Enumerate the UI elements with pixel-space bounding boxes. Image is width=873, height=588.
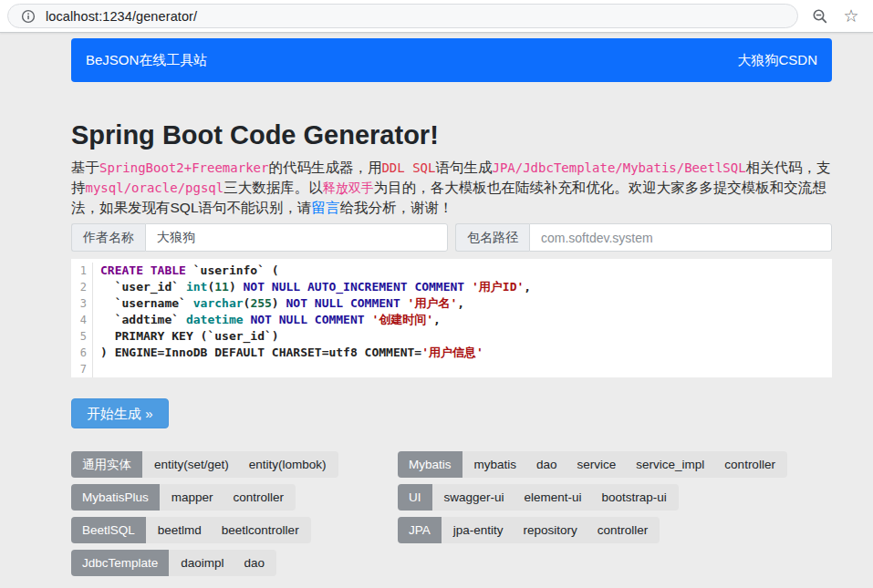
description-segment: SpringBoot2+Freemarker: [99, 160, 268, 175]
template-item-link[interactable]: swagger-ui: [434, 490, 514, 504]
info-icon[interactable]: [19, 7, 37, 26]
template-group-label: MybatisPlus: [71, 484, 160, 511]
template-group-items: mybatisdaoserviceservice_implcontroller: [462, 451, 787, 478]
template-group-label: JPA: [398, 517, 442, 543]
description-segment: JPA/JdbcTemplate/Mybatis/BeetlSQL: [492, 160, 745, 175]
template-item-link[interactable]: entity(lombok): [239, 458, 337, 471]
template-group: JPAjpa-entityrepositorycontroller: [398, 517, 660, 543]
editor-line[interactable]: 1CREATE TABLE `userinfo` (: [71, 263, 832, 279]
editor-line-code: ) ENGINE=InnoDB DEFAULT CHARSET=utf8 COM…: [100, 345, 483, 361]
template-item-link[interactable]: daoimpl: [171, 556, 234, 570]
template-group-items: entity(set/get)entity(lombok): [142, 451, 338, 478]
template-group-label: BeetlSQL: [71, 517, 146, 543]
template-group: JdbcTemplatedaoimpldao: [71, 550, 276, 576]
generate-button[interactable]: 开始生成 »: [71, 398, 169, 428]
line-number: 6: [71, 345, 93, 361]
line-number: 5: [71, 328, 93, 345]
author-input[interactable]: [145, 223, 448, 252]
description-segment: 给我分析，谢谢！: [340, 200, 453, 215]
template-item-link[interactable]: service_impl: [626, 458, 714, 471]
template-item-link[interactable]: jpa-entity: [443, 523, 514, 537]
editor-line[interactable]: 3 `username` varchar(255) NOT NULL COMME…: [71, 295, 832, 312]
template-group: BeetlSQLbeetlmdbeetlcontroller: [71, 517, 311, 543]
template-group-items: swagger-uielement-uibootstrap-ui: [432, 484, 679, 511]
navbar: BeJSON在线工具站 大狼狗CSDN: [71, 38, 832, 82]
template-column-left: 通用实体entity(set/get)entity(lombok)Mybatis…: [71, 451, 398, 576]
description-segment: 释放双手: [323, 181, 374, 195]
template-item-link[interactable]: controller: [714, 458, 785, 471]
editor-line-code: `addtime` datetime NOT NULL COMMENT '创建时…: [100, 312, 441, 328]
line-number: 7: [71, 361, 93, 377]
template-item-link[interactable]: controller: [587, 523, 659, 537]
page-description: 基于SpringBoot2+Freemarker的代码生成器，用DDL SQL语…: [71, 158, 832, 218]
template-lists: 通用实体entity(set/get)entity(lombok)Mybatis…: [71, 451, 832, 576]
line-number: 4: [71, 312, 93, 328]
template-item-link[interactable]: controller: [223, 490, 295, 504]
navbar-brand[interactable]: BeJSON在线工具站: [86, 52, 207, 69]
url-text: localhost:1234/generator/: [46, 9, 197, 24]
template-item-link[interactable]: bootstrap-ui: [592, 490, 677, 504]
editor-line[interactable]: 4 `addtime` datetime NOT NULL COMMENT '创…: [71, 312, 832, 328]
line-number: 1: [71, 263, 93, 279]
form-row: 作者名称 包名路径: [71, 223, 832, 252]
template-item-link[interactable]: service: [567, 458, 627, 471]
template-item-link[interactable]: dao: [526, 458, 567, 471]
address-bar[interactable]: localhost:1234/generator/: [7, 4, 798, 28]
package-input-group: 包名路径: [455, 223, 832, 252]
template-group-label: 通用实体: [71, 451, 142, 478]
line-number: 2: [71, 279, 93, 295]
template-group-label: JdbcTemplate: [71, 550, 169, 576]
description-segment: mysql/oracle/pgsql: [86, 181, 224, 195]
template-group: MybatisPlusmappercontroller: [71, 484, 296, 511]
description-segment: 语句生成: [435, 160, 492, 175]
template-group-items: daoimpldao: [169, 550, 276, 576]
template-group: 通用实体entity(set/get)entity(lombok): [71, 451, 338, 478]
package-label: 包名路径: [455, 223, 529, 252]
template-group-items: mappercontroller: [160, 484, 296, 511]
star-icon[interactable]: ☆: [842, 7, 860, 26]
editor-line[interactable]: 2 `user_id` int(11) NOT NULL AUTO_INCREM…: [71, 279, 832, 295]
template-group-items: beetlmdbeetlcontroller: [146, 517, 311, 543]
editor-line[interactable]: 5 PRIMARY KEY (`user_id`): [71, 328, 832, 345]
description-segment: 基于: [71, 160, 99, 175]
template-item-link[interactable]: beetlmd: [148, 523, 212, 537]
template-group: UIswagger-uielement-uibootstrap-ui: [398, 484, 679, 511]
editor-line-code: `user_id` int(11) NOT NULL AUTO_INCREMEN…: [100, 279, 531, 295]
page-background: BeJSON在线工具站 大狼狗CSDN Spring Boot Code Gen…: [0, 33, 873, 588]
template-item-link[interactable]: mapper: [161, 490, 223, 504]
template-group-label: UI: [398, 484, 432, 511]
editor-line-code: PRIMARY KEY (`user_id`): [100, 328, 279, 345]
zoom-out-icon[interactable]: [811, 7, 829, 26]
page-title: Spring Boot Code Generator!: [71, 121, 832, 149]
author-label: 作者名称: [71, 223, 145, 252]
navbar-link-csdn[interactable]: 大狼狗CSDN: [737, 52, 817, 69]
description-segment: DDL SQL: [381, 160, 435, 175]
template-column-right: Mybatismybatisdaoserviceservice_implcont…: [398, 451, 787, 576]
template-group-items: jpa-entityrepositorycontroller: [442, 517, 660, 543]
template-item-link[interactable]: dao: [234, 556, 275, 570]
line-number: 3: [71, 295, 93, 312]
content-container: BeJSON在线工具站 大狼狗CSDN Spring Boot Code Gen…: [71, 33, 832, 576]
browser-chrome: localhost:1234/generator/ ☆: [0, 0, 873, 33]
description-segment: 的代码生成器，用: [268, 160, 381, 175]
package-input[interactable]: [529, 223, 832, 252]
template-item-link[interactable]: beetlcontroller: [212, 523, 309, 537]
template-group: Mybatismybatisdaoserviceservice_implcont…: [398, 451, 787, 478]
editor-line[interactable]: 7: [71, 361, 832, 377]
editor-line-code: CREATE TABLE `userinfo` (: [100, 263, 279, 279]
editor-line[interactable]: 6) ENGINE=InnoDB DEFAULT CHARSET=utf8 CO…: [71, 345, 832, 361]
template-item-link[interactable]: element-ui: [514, 490, 592, 504]
description-link[interactable]: 留言: [312, 200, 340, 215]
sql-editor[interactable]: 1CREATE TABLE `userinfo` (2 `user_id` in…: [71, 259, 832, 377]
template-item-link[interactable]: entity(set/get): [144, 458, 239, 471]
template-item-link[interactable]: mybatis: [464, 458, 527, 471]
editor-line-code: `username` varchar(255) NOT NULL COMMENT…: [100, 295, 464, 312]
description-segment: 三大数据库。以: [223, 180, 323, 195]
author-input-group: 作者名称: [71, 223, 448, 252]
template-group-label: Mybatis: [398, 451, 462, 478]
template-item-link[interactable]: repository: [514, 523, 587, 537]
